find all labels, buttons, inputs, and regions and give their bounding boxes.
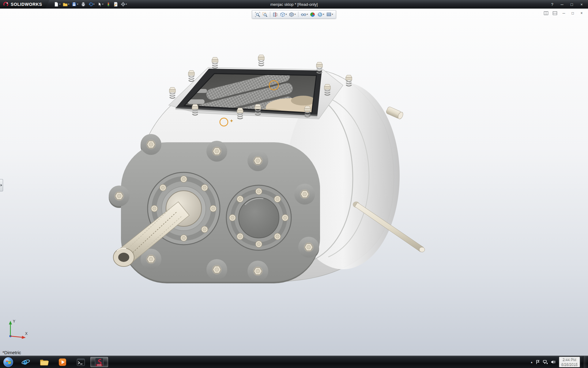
view-orientation-cube-icon: [280, 12, 285, 17]
breather-plug[interactable]: [386, 106, 404, 120]
undo-icon: [88, 2, 93, 7]
document-restore-button[interactable]: □: [569, 10, 576, 16]
folder-icon: [40, 358, 49, 366]
section-view-button[interactable]: [272, 11, 279, 18]
solidworks-2015-icon: 2015: [95, 358, 104, 367]
document-minimize-button[interactable]: ─: [560, 10, 567, 16]
triad-y-label: Y: [13, 319, 15, 324]
options-button[interactable]: ▾: [120, 1, 128, 8]
file-properties-button[interactable]: [112, 1, 119, 8]
hide-show-glasses-icon: [301, 12, 306, 17]
triad-x-label: X: [25, 332, 28, 336]
print-button[interactable]: [80, 1, 87, 8]
toolbar-separator: [270, 12, 270, 17]
document-window-controls: ─ □ ×: [543, 10, 585, 16]
edit-appearance-ball-icon: [310, 12, 315, 17]
undo-button[interactable]: ▾: [87, 1, 96, 8]
network-icon: [543, 360, 548, 364]
desktop: SOLIDWORKS ▾ ▾ ▾: [0, 0, 588, 368]
edit-appearance-button[interactable]: [309, 11, 316, 18]
orientation-triad[interactable]: Y X: [5, 318, 31, 342]
action-center-flag-icon: [536, 360, 540, 364]
pane-split-vertical-button[interactable]: [552, 10, 558, 16]
window-controls: ? ─ □ ×: [548, 1, 588, 8]
pane-split-horizontal-icon: [544, 11, 548, 15]
new-document-icon: [54, 2, 59, 7]
volume-button[interactable]: [551, 360, 556, 364]
system-tray: ▴ 2:44 PM 6/26/: [531, 356, 588, 368]
select-button[interactable]: ▾: [96, 1, 104, 8]
clock-time: 2:44 PM: [561, 357, 578, 362]
zoom-to-fit-icon: [255, 12, 260, 17]
dropdown-caret: ▾: [307, 13, 308, 16]
view-settings-button[interactable]: ▾: [326, 11, 334, 18]
zoom-to-area-button[interactable]: [261, 11, 268, 18]
view-settings-icon: [326, 12, 332, 17]
apply-scene-icon: [318, 12, 323, 17]
solidworks-menu[interactable]: SOLIDWORKS: [0, 0, 49, 9]
taskbar-media-player[interactable]: [54, 357, 71, 367]
taskbar-command-prompt[interactable]: [72, 357, 90, 367]
rebuild-icon: [106, 2, 111, 7]
select-cursor-icon: [97, 2, 102, 7]
windows-orb-icon: [3, 357, 13, 367]
hide-show-items-button[interactable]: ▾: [300, 11, 309, 18]
view-orientation-label: *Dimetric: [2, 350, 21, 355]
toolbar-separator: [298, 12, 298, 17]
new-document-button[interactable]: ▾: [53, 1, 61, 8]
dropdown-caret: ▾: [126, 3, 127, 6]
bearing-cover[interactable]: [226, 185, 291, 250]
taskbar: e: [0, 356, 588, 368]
apply-scene-button[interactable]: ▾: [317, 11, 325, 18]
quick-access-toolbar: ▾ ▾ ▾: [53, 1, 128, 8]
restore-button[interactable]: □: [567, 1, 576, 8]
pane-split-vertical-icon: [553, 11, 557, 15]
save-icon: [72, 2, 77, 7]
model-canvas[interactable]: [0, 9, 588, 356]
graphics-area[interactable]: ▾ ▾ ▾: [0, 9, 588, 356]
clock-date: 6/26/2015: [561, 362, 578, 367]
dropdown-caret: ▾: [332, 13, 333, 16]
display-style-button[interactable]: ▾: [288, 11, 296, 18]
taskbar-solidworks-2015[interactable]: 2015: [90, 357, 108, 367]
zoom-to-fit-button[interactable]: [254, 11, 261, 18]
network-button[interactable]: [543, 360, 548, 364]
media-player-icon: [58, 358, 67, 366]
dropdown-caret: ▾: [77, 3, 78, 6]
titlebar: SOLIDWORKS ▾ ▾ ▾: [0, 0, 588, 9]
taskbar-file-explorer[interactable]: [35, 357, 53, 367]
file-properties-icon: [113, 2, 118, 7]
section-view-icon: [273, 12, 278, 17]
command-prompt-icon: [77, 358, 85, 366]
save-button[interactable]: ▾: [71, 1, 79, 8]
show-desktop-button[interactable]: [583, 356, 587, 368]
options-gear-icon: [121, 2, 126, 7]
view-orientation-button[interactable]: ▾: [279, 11, 288, 18]
minimize-button[interactable]: ─: [557, 1, 567, 8]
taskbar-clock[interactable]: 2:44 PM 6/26/2015: [559, 357, 580, 367]
flyout-arrow-icon: [1, 184, 2, 186]
action-center-button[interactable]: [536, 360, 540, 364]
triad-y-arrowhead: [9, 321, 12, 324]
dropdown-caret: ▾: [68, 3, 69, 6]
open-button[interactable]: ▾: [62, 1, 70, 8]
windows-flag-icon: [6, 360, 11, 364]
dropdown-caret: ▾: [323, 13, 324, 16]
document-close-button[interactable]: ×: [578, 10, 585, 16]
taskbar-internet-explorer[interactable]: e: [17, 357, 35, 367]
dropdown-caret: ▾: [294, 13, 296, 16]
print-icon: [81, 2, 86, 7]
dropdown-caret: ▾: [102, 3, 104, 6]
triad-x-axis: [10, 336, 23, 337]
show-hidden-icons-button[interactable]: ▴: [531, 360, 533, 364]
dropdown-caret: ▾: [59, 3, 60, 6]
close-button[interactable]: ×: [577, 1, 586, 8]
rebuild-button[interactable]: [105, 1, 112, 8]
dropdown-caret: ▾: [93, 3, 95, 6]
pane-split-horizontal-button[interactable]: [543, 10, 549, 16]
help-button[interactable]: ?: [548, 1, 557, 8]
zoom-to-area-icon: [262, 12, 267, 17]
start-button[interactable]: [0, 356, 17, 368]
featuremanager-flyout-handle[interactable]: [0, 179, 3, 191]
headsup-view-toolbar: ▾ ▾ ▾: [252, 10, 336, 19]
